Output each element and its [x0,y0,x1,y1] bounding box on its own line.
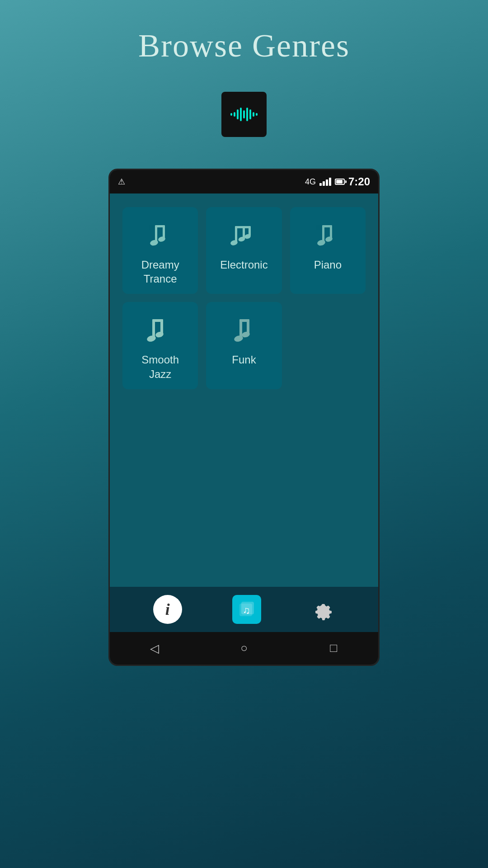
gear-icon [311,598,335,621]
music-note-icon-electronic [226,217,262,253]
genre-card-funk[interactable]: Funk [206,302,282,389]
info-icon-text: i [165,600,170,619]
genre-label-funk: Funk [232,353,256,367]
status-time: 7:20 [348,175,370,188]
svg-text:♫: ♫ [243,604,250,616]
status-bar: ⚠ 4G 7:20 [110,170,378,193]
svg-rect-13 [322,225,324,242]
status-right: 4G 7:20 [305,175,370,188]
app-content: DreamyTrance Electronic [110,193,378,632]
music-library-button[interactable]: ♫ [232,595,261,624]
genre-card-smooth-jazz[interactable]: SmoothJazz [122,302,198,389]
bottom-nav: i ♫ [110,587,378,632]
music-library-icon: ♫ [232,595,261,624]
music-note-icon-smooth-jazz [142,312,178,348]
warning-icon: ⚠ [118,177,125,187]
music-note-icon-piano [310,217,346,253]
svg-point-3 [149,239,158,246]
genre-label-dreamy-trance: DreamyTrance [141,258,179,286]
battery-icon [335,179,345,185]
home-button[interactable]: ○ [233,637,255,660]
back-button[interactable]: ◁ [143,637,166,660]
genre-label-piano: Piano [314,258,342,272]
waveform-icon [230,108,258,121]
signal-bars [319,178,331,186]
svg-point-16 [317,239,326,246]
signal-label: 4G [305,177,316,187]
phone-frame: ⚠ 4G 7:20 [108,169,380,666]
status-left: ⚠ [118,177,125,187]
info-button[interactable]: i [153,595,182,624]
library-svg-icon: ♫ [238,601,255,618]
svg-rect-23 [239,319,242,338]
genre-grid: DreamyTrance Electronic [110,193,378,587]
svg-rect-5 [235,226,237,242]
music-note-icon-funk [226,312,262,348]
svg-rect-18 [152,319,155,338]
genre-label-smooth-jazz: SmoothJazz [141,353,179,381]
genre-card-electronic[interactable]: Electronic [206,207,282,294]
genre-card-piano[interactable]: Piano [290,207,366,294]
info-icon: i [153,595,182,624]
genre-card-dreamy-trance[interactable]: DreamyTrance [122,207,198,294]
music-note-icon-dreamy-trance [142,217,178,253]
settings-button[interactable] [311,598,335,621]
android-nav-bar: ◁ ○ □ [110,632,378,665]
recent-apps-button[interactable]: □ [322,637,345,660]
app-logo [221,92,267,137]
page-title: Browse Genres [138,27,350,65]
genre-label-electronic: Electronic [220,258,267,272]
svg-rect-0 [155,225,157,242]
